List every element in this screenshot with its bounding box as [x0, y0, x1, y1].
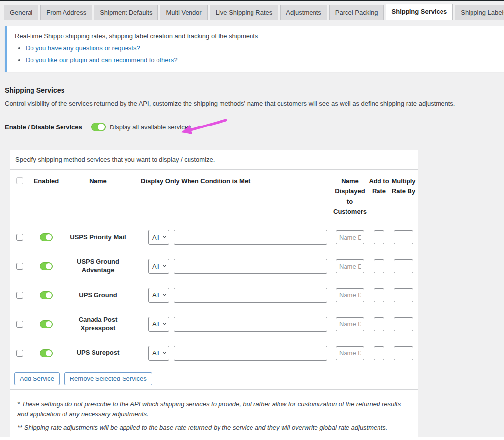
table-actions: Add Service Remove Selected Services [10, 368, 418, 389]
select-all-checkbox[interactable] [16, 177, 23, 184]
condition-scope-select[interactable]: All [148, 259, 169, 274]
tab-shipment-defaults[interactable]: Shipment Defaults [94, 5, 158, 20]
service-select-checkbox[interactable] [16, 321, 23, 328]
service-row: Canada Post Xpresspost All [10, 310, 418, 340]
notice-intro: Real-time Shippo shipping rates, shippin… [15, 32, 496, 40]
service-name: USPS Priority Mail [63, 233, 132, 242]
toggle-knob [46, 321, 52, 327]
col-header-add-to-rate: Add to Rate [369, 176, 389, 197]
condition-value-input[interactable] [174, 288, 327, 303]
col-header-name-displayed: Name Displayed to Customers [331, 176, 369, 217]
col-header-enabled: Enabled [29, 176, 63, 187]
add-to-rate-input[interactable] [374, 346, 384, 360]
tab-from-address[interactable]: From Address [40, 5, 92, 20]
condition-scope-select[interactable]: All [148, 288, 169, 303]
table-header-row: Enabled Name Display Only When Condition… [10, 170, 418, 223]
remove-selected-services-button[interactable]: Remove Selected Services [64, 372, 152, 385]
service-enabled-toggle[interactable] [40, 233, 53, 241]
col-header-name: Name [63, 176, 132, 187]
notice-link-do-you-like-our-plugin-a[interactable]: Do you like our plugin and can recommend… [26, 56, 178, 63]
page-bottom-strip [0, 437, 504, 440]
service-name: USPS Ground Advantage [63, 258, 132, 275]
toggle-knob [46, 234, 52, 240]
service-name: UPS Ground [63, 291, 132, 300]
service-name: UPS Surepost [63, 349, 132, 357]
tab-adjustments[interactable]: Adjustments [280, 5, 327, 20]
add-to-rate-input[interactable] [374, 317, 384, 331]
name-displayed-input[interactable] [336, 346, 364, 360]
enable-services-row: Enable / Disable Services Display all av… [5, 123, 504, 131]
display-all-services-toggle[interactable] [91, 123, 106, 131]
service-enabled-toggle[interactable] [40, 262, 53, 270]
name-displayed-input[interactable] [336, 317, 364, 331]
name-displayed-input[interactable] [336, 230, 364, 244]
service-enabled-toggle[interactable] [40, 320, 53, 328]
service-enabled-toggle[interactable] [40, 349, 53, 357]
tab-live-shipping-rates[interactable]: Live Shipping Rates [210, 5, 279, 20]
condition-scope-select[interactable]: All [148, 230, 169, 245]
condition-value-input[interactable] [174, 346, 327, 361]
condition-value-input[interactable] [174, 230, 327, 245]
tab-parcel-packing[interactable]: Parcel Packing [329, 5, 384, 20]
multiply-rate-by-input[interactable] [394, 259, 413, 273]
service-row: UPS Surepost All [10, 340, 418, 368]
service-row: USPS Priority Mail All [10, 223, 418, 251]
name-displayed-input[interactable] [336, 259, 364, 273]
notice-list-item: Do you have any questions or requests? [26, 44, 496, 52]
condition-value-input[interactable] [174, 259, 327, 274]
plugin-notice: Real-time Shippo shipping rates, shippin… [5, 26, 504, 72]
add-service-button[interactable]: Add Service [14, 372, 60, 385]
services-table: Specify shipping method services that yo… [10, 150, 418, 440]
multiply-rate-by-input[interactable] [394, 230, 413, 244]
service-select-checkbox[interactable] [16, 234, 23, 241]
tab-shipping-services[interactable]: Shipping Services [386, 4, 453, 20]
page-title: Shipping Services [5, 86, 504, 94]
service-row: UPS Ground All [10, 282, 418, 310]
notice-link-list: Do you have any questions or requests?Do… [15, 44, 496, 63]
condition-value-input[interactable] [174, 317, 327, 332]
toggle-knob [46, 350, 52, 356]
notice-link-do-you-have-any-question[interactable]: Do you have any questions or requests? [26, 44, 140, 52]
page-description: Control visibility of the services retur… [5, 100, 504, 107]
footnote: * These settings do not prescribe to the… [17, 399, 411, 420]
service-row: USPS Ground Advantage All [10, 251, 418, 282]
add-to-rate-input[interactable] [374, 288, 384, 302]
notice-list-item: Do you like our plugin and can recommend… [26, 56, 496, 63]
enable-services-label: Enable / Disable Services [5, 124, 91, 131]
multiply-rate-by-input[interactable] [394, 288, 413, 302]
add-to-rate-input[interactable] [374, 259, 384, 273]
service-select-checkbox[interactable] [16, 292, 23, 299]
service-enabled-toggle[interactable] [40, 291, 53, 299]
toggle-knob [46, 292, 52, 298]
add-to-rate-input[interactable] [374, 230, 384, 244]
toggle-label: Display all available services [110, 124, 191, 131]
table-caption: Specify shipping method services that yo… [10, 150, 418, 170]
col-header-condition: Display Only When Condition is Met [132, 176, 331, 187]
service-name: Canada Post Xpresspost [63, 316, 132, 333]
multiply-rate-by-input[interactable] [394, 346, 413, 360]
condition-scope-select[interactable]: All [148, 346, 169, 361]
tab-multi-vendor[interactable]: Multi Vendor [160, 5, 207, 20]
multiply-rate-by-input[interactable] [394, 317, 413, 331]
tab-bar: GeneralFrom AddressShipment DefaultsMult… [0, 1, 504, 20]
toggle-knob [98, 124, 105, 130]
toggle-knob [46, 263, 52, 269]
table-body: USPS Priority Mail All USPS Ground Advan… [10, 223, 418, 368]
condition-scope-select[interactable]: All [148, 317, 169, 332]
tab-shipping-labels[interactable]: Shipping Labels [455, 5, 504, 20]
table-footnotes: * These settings do not prescribe to the… [10, 389, 418, 440]
service-select-checkbox[interactable] [16, 263, 23, 270]
col-header-multiply-rate: Multiply Rate By [389, 176, 418, 197]
name-displayed-input[interactable] [336, 288, 364, 302]
tab-general[interactable]: General [4, 5, 38, 20]
footnote: ** Shipping rate adjustments will be app… [17, 422, 411, 433]
service-select-checkbox[interactable] [16, 350, 23, 357]
